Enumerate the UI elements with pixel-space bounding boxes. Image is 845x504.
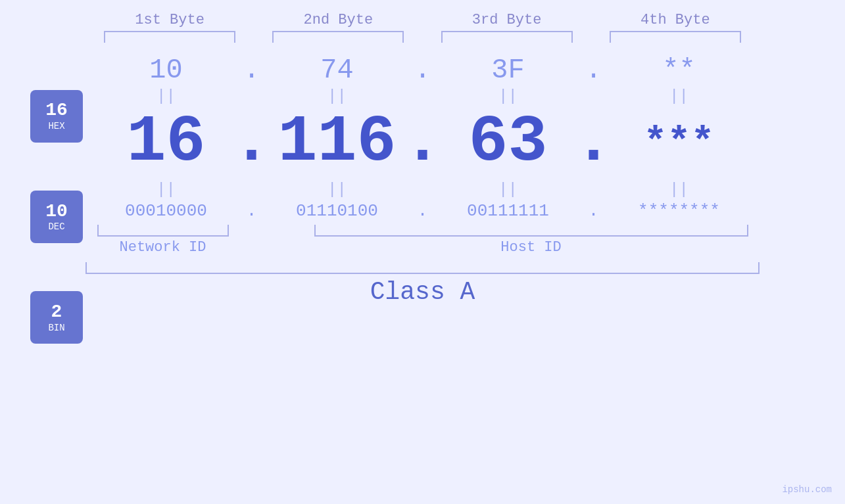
main-container: 1st Byte 2nd Byte 3rd Byte 4th Byte 10 .… (0, 0, 845, 504)
dec-dot2: . (403, 105, 443, 179)
badges-column: 16 HEX 10 DEC 2 BIN (30, 0, 83, 421)
dec-dot3: . (574, 105, 614, 179)
bin-dot2: . (403, 201, 443, 221)
eq1-b3: || (443, 87, 574, 105)
hex-dot2: . (403, 55, 443, 86)
eq1-b1: || (101, 87, 232, 105)
bin-byte2: 01110100 (272, 201, 403, 221)
bin-dot3: . (574, 201, 614, 221)
eq2-b2: || (272, 181, 403, 198)
dec-dot1: . (232, 105, 272, 179)
bin-dot1: . (232, 201, 272, 221)
byte-headers: 1st Byte 2nd Byte 3rd Byte 4th Byte (0, 12, 845, 28)
equals-row-1: || || || || (0, 87, 845, 105)
top-bracket-3 (441, 31, 573, 43)
top-bracket-1 (104, 31, 235, 43)
bin-byte1: 00010000 (101, 201, 232, 221)
equals-row-2: || || || || (0, 181, 845, 198)
dec-byte3: 63 (443, 110, 574, 175)
eq2-b1: || (101, 181, 232, 198)
watermark: ipshu.com (782, 484, 832, 495)
eq1-b2: || (272, 87, 403, 105)
bottom-bracket-row (0, 221, 845, 237)
hex-byte3: 3F (443, 55, 574, 86)
bin-byte4: ******** (614, 201, 745, 221)
dec-row: 16 . 116 . 63 . *** (0, 105, 845, 179)
top-bracket-2 (272, 31, 404, 43)
hex-byte1: 10 (101, 55, 232, 86)
dec-byte2: 116 (272, 110, 403, 175)
bottom-bracket-network (97, 225, 229, 237)
eq2-b4: || (614, 181, 745, 198)
bin-badge: 2 BIN (30, 291, 83, 344)
bottom-bracket-host (314, 225, 748, 237)
hex-row: 10 . 74 . 3F . ** (0, 55, 845, 86)
eq1-b4: || (614, 87, 745, 105)
hex-byte2: 74 (272, 55, 403, 86)
id-labels-row: Network ID Host ID (0, 237, 845, 256)
host-id-label: Host ID (314, 239, 748, 256)
hex-dot1: . (232, 55, 272, 86)
bin-row: 00010000 . 01110100 . 00111111 . *******… (0, 201, 845, 221)
dec-byte1: 16 (101, 110, 232, 175)
bin-byte3: 00111111 (443, 201, 574, 221)
dec-byte4: *** (614, 123, 745, 162)
class-label: Class A (0, 278, 845, 306)
hex-dot3: . (574, 55, 614, 86)
hex-badge: 16 HEX (30, 90, 83, 143)
byte3-header: 3rd Byte (435, 12, 579, 28)
byte4-header: 4th Byte (603, 12, 748, 28)
top-bracket-4 (610, 31, 741, 43)
overall-bracket-container (0, 256, 845, 274)
network-id-label: Network ID (97, 239, 229, 256)
eq2-b3: || (443, 181, 574, 198)
dec-badge: 10 DEC (30, 191, 83, 243)
byte2-header: 2nd Byte (266, 12, 410, 28)
byte1-header: 1st Byte (97, 12, 242, 28)
top-bracket-row (0, 31, 845, 43)
hex-byte4: ** (614, 55, 745, 86)
overall-bracket (85, 262, 760, 274)
